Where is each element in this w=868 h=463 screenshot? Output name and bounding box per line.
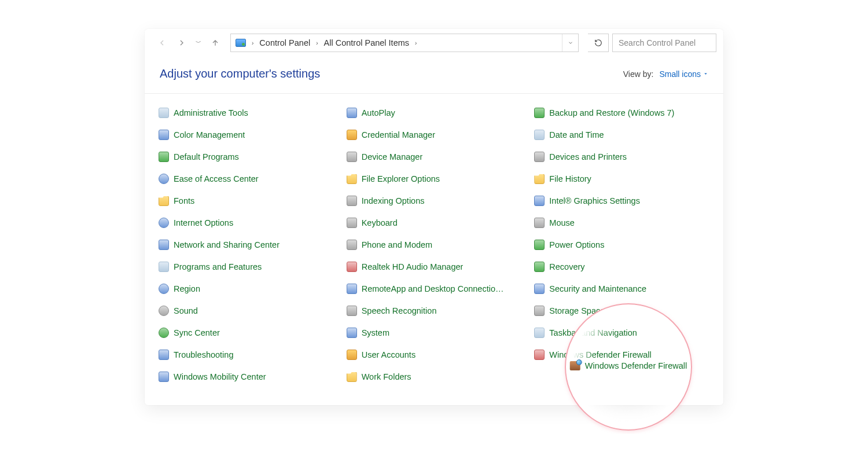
- breadcrumb-current[interactable]: All Control Panel Items: [323, 36, 410, 50]
- view-by-label: View by:: [623, 69, 654, 79]
- address-bar[interactable]: › Control Panel › All Control Panel Item…: [230, 34, 579, 52]
- control-panel-item-troubleshooting[interactable]: Troubleshooting: [155, 347, 337, 362]
- item-label: Windows Defender Firewall: [585, 361, 687, 370]
- item-label: Intel® Graphics Settings: [549, 196, 640, 205]
- item-label: File Explorer Options: [362, 174, 440, 183]
- control-panel-item-remoteapp-and-desktop-connectio[interactable]: RemoteApp and Desktop Connectio…: [343, 281, 525, 296]
- item-label: Credential Manager: [362, 130, 435, 139]
- sync-center-icon: [159, 328, 169, 338]
- realtek-hd-audio-manager-icon: [347, 262, 357, 272]
- control-panel-item-administrative-tools[interactable]: Administrative Tools: [155, 105, 337, 120]
- item-label: Sound: [174, 306, 198, 315]
- item-label: Storage Spaces: [549, 306, 609, 315]
- control-panel-icon: [236, 39, 246, 47]
- item-label: Windows Defender Firewall: [549, 350, 651, 359]
- item-label: Indexing Options: [362, 196, 425, 205]
- chevron-right-icon[interactable]: ›: [314, 40, 320, 46]
- refresh-button[interactable]: [588, 34, 609, 52]
- control-panel-item-color-management[interactable]: Color Management: [155, 127, 337, 142]
- control-panel-item-ease-of-access-center[interactable]: Ease of Access Center: [155, 171, 337, 186]
- system-icon: [347, 328, 357, 338]
- sound-icon: [159, 306, 169, 316]
- control-panel-item-credential-manager[interactable]: Credential Manager: [343, 127, 525, 142]
- item-label: Power Options: [549, 240, 604, 249]
- control-panel-item-power-options[interactable]: Power Options: [531, 237, 713, 252]
- control-panel-item-work-folders[interactable]: Work Folders: [343, 369, 525, 384]
- control-panel-item-windows-mobility-center[interactable]: Windows Mobility Center: [155, 369, 337, 384]
- control-panel-item-windows-defender-firewall[interactable]: Windows Defender Firewall: [531, 347, 713, 362]
- default-programs-icon: [159, 152, 169, 162]
- power-options-icon: [534, 240, 545, 250]
- control-panel-item-indexing-options[interactable]: Indexing Options: [343, 193, 525, 208]
- control-panel-item-taskbar-and-navigation[interactable]: Taskbar and Navigation: [531, 325, 713, 340]
- item-label: Phone and Modem: [362, 240, 433, 249]
- item-label: Color Management: [174, 130, 245, 139]
- windows-mobility-center-icon: [159, 372, 169, 382]
- control-panel-item-system[interactable]: System: [343, 325, 525, 340]
- item-label: Fonts: [174, 196, 194, 205]
- chevron-right-icon[interactable]: ›: [413, 40, 419, 46]
- control-panel-item-mouse[interactable]: Mouse: [531, 215, 713, 230]
- programs-and-features-icon: [159, 262, 169, 272]
- control-panel-item-device-manager[interactable]: Device Manager: [343, 149, 525, 164]
- control-panel-item-file-history[interactable]: File History: [531, 171, 713, 186]
- control-panel-item-realtek-hd-audio-manager[interactable]: Realtek HD Audio Manager: [343, 259, 525, 274]
- troubleshooting-icon: [159, 350, 169, 360]
- item-label: Default Programs: [174, 152, 239, 161]
- control-panel-item-fonts[interactable]: Fonts: [155, 193, 337, 208]
- chevron-right-icon[interactable]: ›: [249, 40, 256, 46]
- control-panel-item-recovery[interactable]: Recovery: [531, 259, 713, 274]
- fonts-icon: [159, 196, 169, 206]
- control-panel-item-date-and-time[interactable]: Date and Time: [531, 127, 713, 142]
- control-panel-item-user-accounts[interactable]: User Accounts: [343, 347, 525, 362]
- windows-defender-firewall-icon: [534, 350, 545, 360]
- item-label: User Accounts: [362, 350, 416, 359]
- network-and-sharing-center-icon: [159, 240, 169, 250]
- recent-locations-button[interactable]: ﹀: [193, 39, 204, 47]
- control-panel-item-file-explorer-options[interactable]: File Explorer Options: [343, 171, 525, 186]
- forward-button[interactable]: [174, 35, 190, 51]
- file-history-icon: [534, 174, 545, 184]
- item-label: Work Folders: [362, 372, 411, 381]
- control-panel-window: ﹀ › Control Panel › All Control Panel It…: [145, 29, 723, 405]
- address-history-button[interactable]: [562, 34, 578, 52]
- control-panel-item-autoplay[interactable]: AutoPlay: [343, 105, 525, 120]
- control-panel-item-sync-center[interactable]: Sync Center: [155, 325, 337, 340]
- control-panel-item-network-and-sharing-center[interactable]: Network and Sharing Center: [155, 237, 337, 252]
- ease-of-access-center-icon: [159, 174, 169, 184]
- item-label: RemoteApp and Desktop Connectio…: [362, 284, 504, 293]
- item-label: Sync Center: [174, 328, 220, 337]
- item-label: Date and Time: [549, 130, 604, 139]
- control-panel-item-internet-options[interactable]: Internet Options: [155, 215, 337, 230]
- item-label: Security and Maintenance: [549, 284, 646, 293]
- item-label: Mouse: [549, 218, 575, 227]
- control-panel-item-programs-and-features[interactable]: Programs and Features: [155, 259, 337, 274]
- control-panel-item-region[interactable]: Region: [155, 281, 337, 296]
- remoteapp-and-desktop-connectio-icon: [347, 284, 357, 294]
- control-panel-item-windows-defender-firewall[interactable]: Windows Defender Firewall: [570, 361, 687, 370]
- control-panel-item-backup-and-restore-windows-7[interactable]: Backup and Restore (Windows 7): [531, 105, 713, 120]
- item-label: Network and Sharing Center: [174, 240, 279, 249]
- control-panel-item-sound[interactable]: Sound: [155, 303, 337, 318]
- control-panel-item-intel-graphics-settings[interactable]: Intel® Graphics Settings: [531, 193, 713, 208]
- up-button[interactable]: [207, 35, 223, 51]
- control-panel-item-speech-recognition[interactable]: Speech Recognition: [343, 303, 525, 318]
- breadcrumb-root[interactable]: Control Panel: [258, 36, 311, 50]
- credential-manager-icon: [347, 130, 357, 140]
- search-input[interactable]: [612, 34, 716, 52]
- back-button[interactable]: [154, 35, 170, 51]
- control-panel-item-devices-and-printers[interactable]: Devices and Printers: [531, 149, 713, 164]
- control-panel-item-keyboard[interactable]: Keyboard: [343, 215, 525, 230]
- control-panel-item-storage-spaces[interactable]: Storage Spaces: [531, 303, 713, 318]
- item-label: File History: [549, 174, 591, 183]
- control-panel-item-phone-and-modem[interactable]: Phone and Modem: [343, 237, 525, 252]
- item-label: Troubleshooting: [174, 350, 233, 359]
- control-panel-item-security-and-maintenance[interactable]: Security and Maintenance: [531, 281, 713, 296]
- item-label: Region: [174, 284, 200, 293]
- date-and-time-icon: [534, 130, 545, 140]
- control-panel-item-default-programs[interactable]: Default Programs: [155, 149, 337, 164]
- view-by-dropdown[interactable]: Small icons: [659, 69, 708, 79]
- recovery-icon: [534, 262, 545, 272]
- indexing-options-icon: [347, 196, 357, 206]
- work-folders-icon: [347, 372, 357, 382]
